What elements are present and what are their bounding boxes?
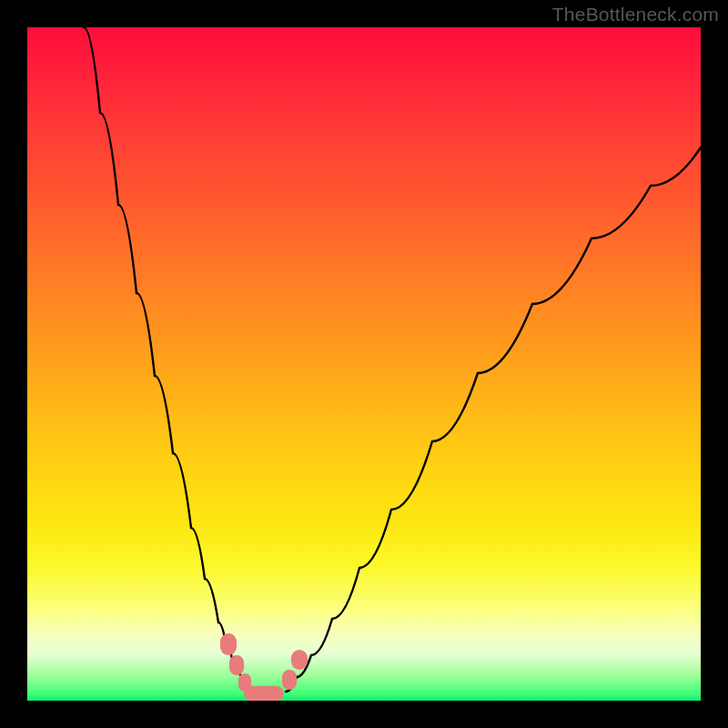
valley-blob — [244, 686, 284, 701]
valley-blob — [229, 655, 244, 675]
curve-layer — [27, 27, 701, 701]
valley-blob — [220, 633, 237, 655]
left-curve — [84, 27, 249, 692]
right-curve — [286, 147, 701, 692]
valley-blob — [291, 650, 308, 670]
plot-area — [27, 27, 701, 701]
chart-frame: TheBottleneck.com — [0, 0, 728, 728]
watermark-text: TheBottleneck.com — [552, 4, 719, 25]
valley-blob — [282, 670, 297, 690]
